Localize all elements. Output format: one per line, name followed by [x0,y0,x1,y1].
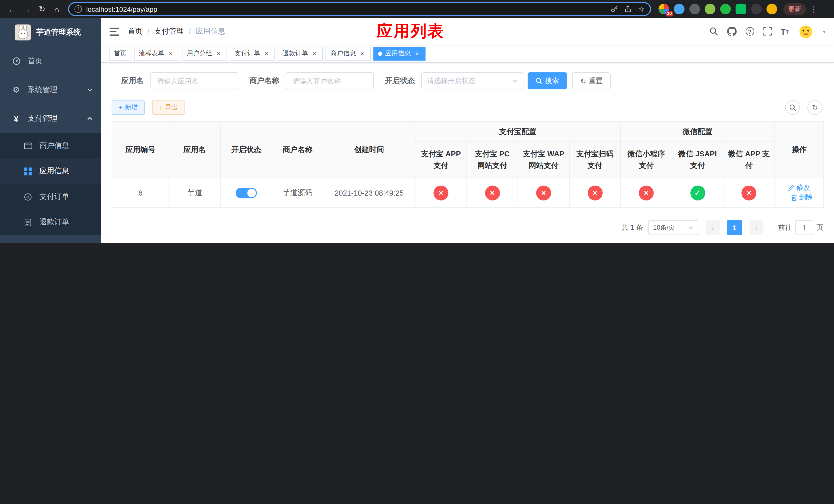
goto-label: 前往 [778,223,792,232]
hamburger-icon[interactable] [110,27,119,36]
sidebar-item-app-info[interactable]: 应用信息 [0,158,101,184]
col-alipay-pc: 支付宝 PC 网站支付 [467,142,518,178]
pagination-total: 共 1 条 [622,223,643,232]
help-icon[interactable]: ? [746,27,754,36]
extension-icon[interactable] [751,4,762,14]
browser-menu-icon[interactable]: ⋮ [810,5,818,13]
extension-icon[interactable] [689,4,700,14]
table-toolbar: + 新增 ↓ 导出 ↻ [112,100,822,115]
extension-icon[interactable] [736,4,746,14]
breadcrumb-separator: / [147,27,149,36]
next-page-button[interactable]: › [749,220,763,235]
add-button[interactable]: + 新增 [112,100,145,115]
prev-page-button[interactable]: ‹ [706,220,720,235]
tab-close-icon[interactable]: × [311,50,318,57]
tab-home[interactable]: 首页 [109,46,131,60]
goto-page-input[interactable] [795,220,813,235]
status-select[interactable]: 请选择开启状态 [421,72,523,89]
refresh-table-button[interactable]: ↻ [807,100,822,115]
avatar-caret-icon[interactable]: ▾ [823,28,825,35]
yen-icon: ¥ [12,114,21,123]
tab-user-group[interactable]: 用户分组 × [182,46,227,60]
user-avatar[interactable] [798,23,814,39]
toggle-search-button[interactable] [785,100,800,115]
export-button[interactable]: ↓ 导出 [152,100,185,115]
sidebar-item-payment[interactable]: ¥ 支付管理 [0,104,101,133]
github-icon[interactable] [727,27,737,36]
edit-pencil-icon [788,185,795,191]
browser-back-icon[interactable]: ← [5,2,19,16]
tab-close-icon[interactable]: × [413,50,421,57]
sidebar-item-home[interactable]: 首页 [0,47,101,76]
fullscreen-icon[interactable] [763,27,772,36]
extension-icon[interactable] [720,4,731,14]
tab-process-form[interactable]: 流程表单 × [134,46,179,60]
delete-link[interactable]: 删除 [791,192,813,202]
sidebar-item-refund-order[interactable]: 退款订单 [0,209,101,235]
plus-icon: + [119,104,123,111]
gear-icon: ⚙ [12,85,21,95]
tab-merchant-info[interactable]: 商户信息 × [326,46,371,60]
col-create-time: 创建时间 [323,121,415,178]
trash-icon [791,194,797,201]
share-icon[interactable] [625,5,632,13]
breadcrumb-current: 应用信息 [196,27,225,36]
tab-pay-order[interactable]: 支付订单 × [230,46,275,60]
tab-refund-order[interactable]: 退款订单 × [278,46,323,60]
app-logo[interactable]: 芋道管理系统 [0,18,101,47]
status-toggle[interactable] [236,187,257,198]
chevron-down-icon [87,88,93,91]
sidebar-item-system[interactable]: ⚙ 系统管理 [0,76,101,104]
cell-merchant-name: 芋道源码 [272,178,323,208]
reset-button[interactable]: ↻ 重置 [572,72,611,89]
current-page-button[interactable]: 1 [727,220,742,235]
tab-close-icon[interactable]: × [358,50,366,57]
extension-icon[interactable] [705,4,715,14]
merchant-name-input[interactable] [286,72,374,89]
cell-app-name: 芋道 [169,178,220,208]
search-button[interactable]: 搜索 [528,72,567,89]
logo-avatar [15,24,31,40]
extension-icon[interactable] [674,4,684,14]
browser-home-icon[interactable]: ⌂ [50,2,64,16]
app-name-input[interactable] [150,72,238,89]
extension-icon[interactable] [767,4,777,14]
tab-close-icon[interactable]: × [215,50,222,57]
merchant-name-label: 商户名称 [249,76,279,86]
breadcrumb-separator: / [189,27,191,36]
document-icon [23,218,32,226]
order-circle-icon [23,193,32,201]
chevron-down-icon [688,226,694,229]
font-size-icon[interactable]: TT [781,27,789,36]
tab-close-icon[interactable]: × [263,50,270,57]
sidebar-item-label: 首页 [28,56,43,66]
site-info-icon[interactable]: i [74,5,82,13]
tab-close-icon[interactable]: × [167,50,174,57]
sidebar-item-label: 商户信息 [39,141,69,151]
url-text: localhost:1024/pay/app [86,5,607,13]
browser-forward-icon[interactable]: → [20,2,34,16]
edit-link[interactable]: 修改 [788,183,810,192]
sidebar-item-label: 支付订单 [39,192,69,202]
browser-reload-icon[interactable]: ↻ [35,2,49,16]
tab-app-info[interactable]: 应用信息 × [373,46,425,60]
password-key-icon[interactable] [611,5,618,13]
sidebar-item-merchant-info[interactable]: 商户信息 [0,133,101,159]
app-title: 芋道管理系统 [36,28,81,37]
breadcrumb-payment[interactable]: 支付管理 [154,27,184,36]
sidebar-item-pay-order[interactable]: 支付订单 [0,184,101,210]
table-row: 6 芋道 芋道源码 2021-10-23 08:49:25 × × × × × … [112,178,824,208]
address-bar[interactable]: i localhost:1024/pay/app ☆ [68,2,651,16]
col-app-id: 应用编号 [112,121,169,178]
browser-update-button[interactable]: 更新 [784,3,806,15]
col-wechat-app: 微信 APP 支付 [723,142,775,178]
filter-form: 应用名 商户名称 开启状态 请选择开启状态 搜索 ↻ 重置 [121,72,611,89]
bookmark-star-icon[interactable]: ☆ [638,5,645,13]
search-icon[interactable] [709,27,718,36]
extension-icon[interactable]: 10 [659,4,669,14]
data-table: 应用编号 应用名 开启状态 商户名称 创建时间 支付宝配置 微信配置 操作 支付… [112,121,824,208]
top-navbar: 首页 / 支付管理 / 应用信息 应用列表 ? [101,18,834,45]
page-size-select[interactable]: 10条/页 [648,220,698,235]
breadcrumb-home[interactable]: 首页 [128,27,142,36]
sidebar-item-infra[interactable]: 基础设施 [0,235,101,243]
